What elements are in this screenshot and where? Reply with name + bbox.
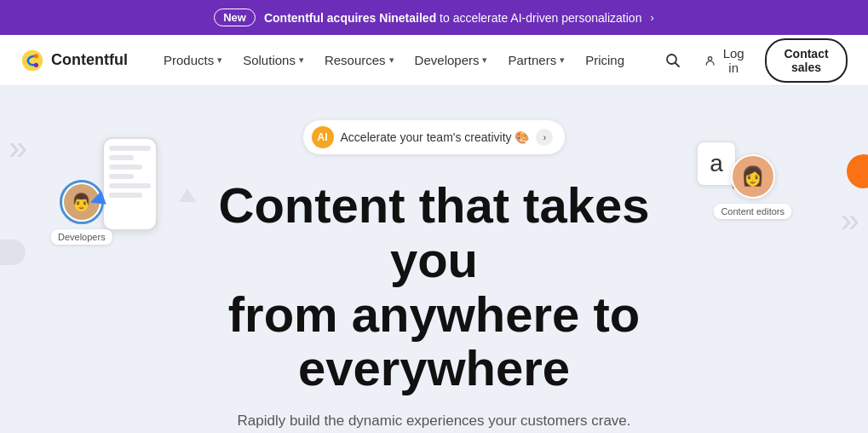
deco-blob-left bbox=[0, 240, 26, 265]
hero-section: » » 👨 Developers ◀ a ↖ 👩 Content editors… bbox=[0, 86, 868, 433]
login-icon bbox=[704, 53, 716, 68]
logo[interactable]: Contentful bbox=[20, 49, 128, 72]
developers-card: 👨 Developers bbox=[51, 180, 112, 245]
announcement-bar[interactable]: New Contentful acquires Ninetailed to ac… bbox=[0, 0, 868, 35]
contact-sales-nav-button[interactable]: Contact sales bbox=[765, 38, 848, 83]
content-editors-label: Content editors bbox=[714, 204, 791, 219]
svg-point-1 bbox=[22, 49, 43, 71]
developers-label: Developers bbox=[51, 229, 112, 245]
nav-partners[interactable]: Partners▾ bbox=[499, 46, 573, 74]
navbar: Contentful Products▾ Solutions▾ Resource… bbox=[0, 35, 868, 86]
announcement-arrow: › bbox=[650, 11, 653, 24]
svg-line-5 bbox=[675, 62, 680, 66]
deco-orange-circle bbox=[847, 154, 868, 188]
hero-title: Content that takes you from anywhere to … bbox=[170, 178, 698, 395]
nav-pricing[interactable]: Pricing bbox=[577, 46, 633, 74]
svg-point-6 bbox=[708, 56, 711, 60]
deco-triangle bbox=[179, 188, 196, 202]
new-badge: New bbox=[214, 9, 256, 26]
editors-avatar: 👩 bbox=[731, 154, 775, 199]
nav-developers[interactable]: Developers▾ bbox=[406, 46, 497, 74]
svg-point-3 bbox=[34, 62, 38, 66]
contentful-logo-icon bbox=[20, 49, 44, 72]
nav-links: Products▾ Solutions▾ Resources▾ Develope… bbox=[155, 46, 633, 74]
nav-products[interactable]: Products▾ bbox=[155, 46, 231, 74]
deco-chevrons-right: » bbox=[841, 201, 859, 240]
ai-chip[interactable]: AI Accelerate your team's creativity 🎨 › bbox=[303, 120, 566, 154]
content-editors-card: 👩 Content editors bbox=[714, 154, 791, 219]
ai-badge: AI bbox=[312, 126, 334, 148]
announcement-text: Contentful acquires Ninetailed to accele… bbox=[264, 11, 642, 25]
search-icon bbox=[665, 53, 681, 68]
svg-point-2 bbox=[34, 54, 38, 58]
ai-chip-chevron: › bbox=[536, 129, 553, 146]
ai-chip-text: Accelerate your team's creativity 🎨 bbox=[341, 130, 530, 144]
login-button[interactable]: Log in bbox=[696, 39, 755, 82]
search-button[interactable] bbox=[660, 48, 686, 73]
deco-chevrons-left: » bbox=[9, 129, 27, 167]
nav-resources[interactable]: Resources▾ bbox=[316, 46, 403, 74]
hero-subtitle: Rapidly build the dynamic experiences yo… bbox=[237, 413, 630, 430]
nav-actions: Log in Contact sales bbox=[660, 38, 848, 83]
nav-solutions[interactable]: Solutions▾ bbox=[234, 46, 313, 74]
